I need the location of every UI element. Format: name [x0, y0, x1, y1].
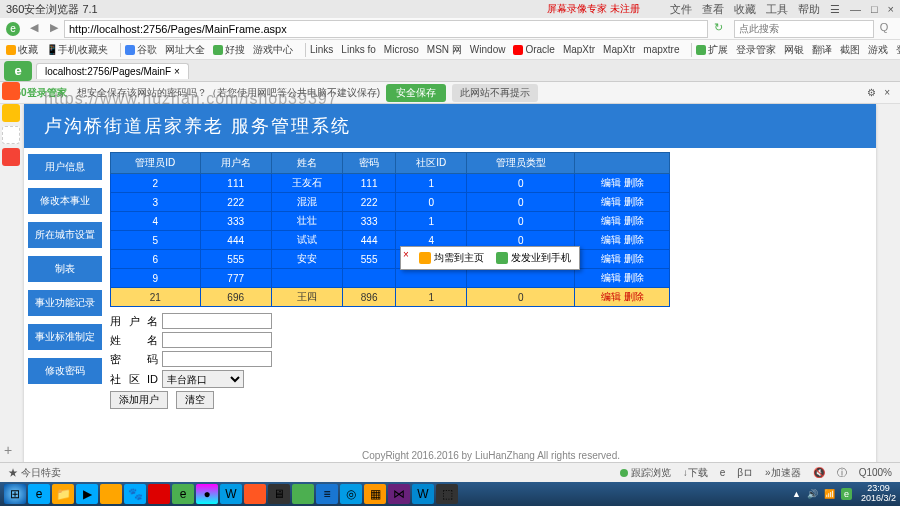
bookmark-item[interactable]: Links — [310, 44, 333, 55]
add-user-button[interactable]: 添加用户 — [110, 391, 168, 409]
bookmark-item[interactable]: 翻译 — [812, 43, 832, 57]
maximize-button[interactable]: □ — [871, 3, 878, 15]
close-button[interactable]: × — [888, 3, 894, 15]
task-chrome-icon[interactable]: ◎ — [340, 484, 362, 504]
col-header[interactable]: 管理员ID — [111, 153, 201, 174]
status-download[interactable]: ↓ 下载 — [683, 466, 708, 480]
clear-button[interactable]: 清空 — [176, 391, 214, 409]
menu-icon[interactable]: ☰ — [830, 3, 840, 16]
reload-button[interactable]: ↻ — [710, 21, 726, 37]
never-save-button[interactable]: 此网站不再提示 — [452, 84, 538, 102]
task-word-icon[interactable]: W — [412, 484, 434, 504]
bookmark-item[interactable]: 截图 — [840, 43, 860, 57]
task-wmplayer-icon[interactable]: ▶ — [76, 484, 98, 504]
row-actions[interactable]: 编辑 删除 — [575, 269, 670, 288]
status-item[interactable]: 跟踪浏览 — [620, 466, 671, 480]
savebar-settings-icon[interactable]: ⚙ — [867, 87, 876, 98]
col-header[interactable]: 用户名 — [200, 153, 271, 174]
sidebar-item[interactable]: 制表 — [28, 256, 102, 282]
tray-icon[interactable]: ▲ — [792, 489, 801, 499]
bookmark-item[interactable]: Links fo — [341, 44, 375, 55]
tray-icon[interactable]: 📶 — [824, 489, 835, 499]
bookmark-item[interactable]: MapXtr — [603, 44, 635, 55]
status-mute-icon[interactable]: 🔇 — [813, 467, 825, 478]
menu-fav[interactable]: 收藏 — [734, 2, 756, 17]
bookmark-item[interactable]: Window — [470, 44, 506, 55]
table-row[interactable]: 6555安安55500编辑 删除 — [111, 250, 670, 269]
back-button[interactable]: ◀ — [26, 21, 42, 37]
context-menu[interactable]: × 均需到主页 发发业到手机 — [400, 246, 580, 270]
minimize-button[interactable]: — — [850, 3, 861, 15]
sidebar-item[interactable]: 事业功能记录 — [28, 290, 102, 316]
task-app-icon[interactable]: ⬚ — [436, 484, 458, 504]
menu-file[interactable]: 文件 — [670, 2, 692, 17]
task-app-icon[interactable]: ≡ — [316, 484, 338, 504]
sidebar-item[interactable]: 事业标准制定 — [28, 324, 102, 350]
sidebar-item[interactable]: 修改密码 — [28, 358, 102, 384]
task-app-icon[interactable] — [100, 484, 122, 504]
row-actions[interactable]: 编辑 删除 — [575, 174, 670, 193]
context-close-icon[interactable]: × — [403, 249, 409, 267]
task-app-icon[interactable]: ▦ — [364, 484, 386, 504]
task-folder-icon[interactable]: 📁 — [52, 484, 74, 504]
select-community[interactable]: 丰台路口 — [162, 370, 244, 388]
table-row[interactable]: 3222混混22200编辑 删除 — [111, 193, 670, 212]
bookmark-item[interactable]: 扩展 — [696, 43, 728, 57]
side-tool-icon[interactable] — [2, 82, 20, 100]
bookmark-item[interactable]: 游戏 — [868, 43, 888, 57]
task-visualstudio-icon[interactable]: ⋈ — [388, 484, 410, 504]
tray-icon[interactable]: 🔊 — [807, 489, 818, 499]
menu-tools[interactable]: 工具 — [766, 2, 788, 17]
menu-view[interactable]: 查看 — [702, 2, 724, 17]
status-item[interactable]: βロ — [737, 466, 753, 480]
start-button[interactable]: ⊞ — [4, 484, 26, 504]
row-actions[interactable]: 编辑 删除 — [575, 212, 670, 231]
row-actions[interactable]: 编辑 删除 — [575, 288, 670, 307]
col-header[interactable]: 社区ID — [396, 153, 467, 174]
bookmark-item[interactable]: 好搜 — [213, 43, 245, 57]
task-app-icon[interactable]: ● — [196, 484, 218, 504]
status-info-icon[interactable]: ⓘ — [837, 466, 847, 480]
forward-button[interactable]: ▶ — [46, 21, 62, 37]
table-row[interactable]: 21696王四89610编辑 删除 — [111, 288, 670, 307]
bookmark-item[interactable]: 网银 — [784, 43, 804, 57]
url-input[interactable] — [64, 20, 708, 38]
row-actions[interactable]: 编辑 删除 — [575, 193, 670, 212]
col-header[interactable]: 管理员类型 — [467, 153, 575, 174]
save-password-button[interactable]: 安全保存 — [386, 84, 446, 102]
task-baidu-icon[interactable]: 🐾 — [124, 484, 146, 504]
bookmark-item[interactable]: MapXtr — [563, 44, 595, 55]
bookmark-item[interactable]: 📱手机收藏夹 — [46, 43, 108, 57]
table-row[interactable]: 2111王友石11110编辑 删除 — [111, 174, 670, 193]
bookmark-item[interactable]: MSN 网 — [427, 43, 462, 57]
row-actions[interactable]: 编辑 删除 — [575, 250, 670, 269]
task-app-icon[interactable]: W — [220, 484, 242, 504]
sidebar-item[interactable]: 用户信息 — [28, 154, 102, 180]
sidebar-item[interactable]: 修改本事业 — [28, 188, 102, 214]
input-username[interactable] — [162, 313, 272, 329]
status-zoom-label[interactable]: Q 100% — [859, 467, 892, 478]
task-app-icon[interactable]: 🖥 — [268, 484, 290, 504]
context-menu-item[interactable]: 发发业到手机 — [490, 249, 577, 267]
table-row[interactable]: 4333壮壮33310编辑 删除 — [111, 212, 670, 231]
table-row[interactable]: 9777编辑 删除 — [111, 269, 670, 288]
task-360-icon[interactable]: e — [172, 484, 194, 504]
table-row[interactable]: 5444试试44440编辑 删除 — [111, 231, 670, 250]
context-menu-item[interactable]: 均需到主页 — [413, 249, 490, 267]
search-input[interactable] — [734, 20, 874, 38]
input-name[interactable] — [162, 332, 272, 348]
task-app-icon[interactable] — [148, 484, 170, 504]
status-item[interactable]: e — [720, 467, 726, 478]
task-ie-icon[interactable]: e — [28, 484, 50, 504]
bookmark-item[interactable]: 网址大全 — [165, 43, 205, 57]
task-app-icon[interactable] — [244, 484, 266, 504]
taskbar-clock[interactable]: 23:09 2016/3/2 — [861, 484, 896, 504]
bookmark-item[interactable]: 谷歌 — [125, 43, 157, 57]
bookmark-item[interactable]: 登录素材 — [896, 43, 900, 57]
menu-help[interactable]: 帮助 — [798, 2, 820, 17]
bookmark-item[interactable]: 游戏中心 — [253, 43, 293, 57]
input-password[interactable] — [162, 351, 272, 367]
sidebar-item[interactable]: 所在城市设置 — [28, 222, 102, 248]
status-today-sale[interactable]: ★ 今日特卖 — [8, 466, 61, 480]
side-tool-weibo-icon[interactable] — [2, 104, 20, 122]
